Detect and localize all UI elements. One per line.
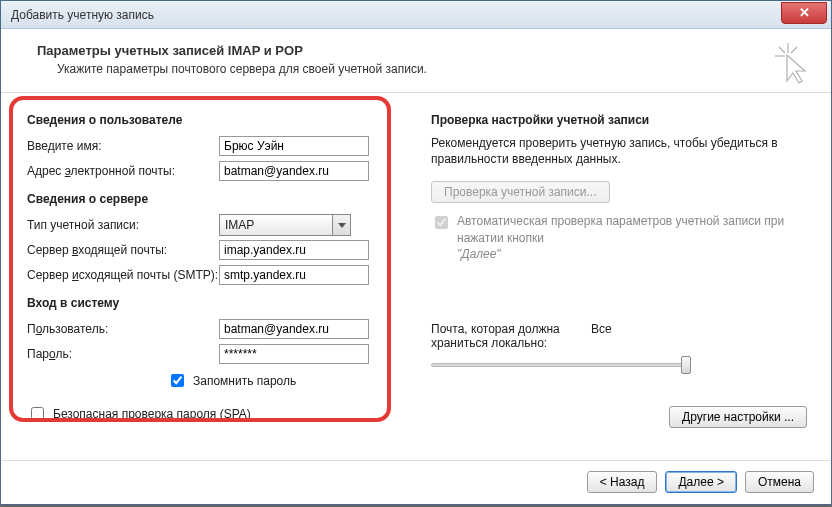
chevron-down-icon xyxy=(332,215,350,235)
label-outgoing: Сервер исходящей почты (SMTP): xyxy=(27,268,219,282)
close-icon: ✕ xyxy=(799,5,810,20)
back-button[interactable]: < Назад xyxy=(587,471,658,493)
auto-test-checkbox xyxy=(435,216,448,229)
label-user: Пользователь: xyxy=(27,322,219,336)
account-type-select[interactable]: IMAP xyxy=(219,214,351,236)
dialog-body: Сведения о пользователе Введите имя: Адр… xyxy=(1,93,831,438)
titlebar: Добавить учетную запись ✕ xyxy=(1,1,831,29)
slider-label: Почта, которая должна храниться локально… xyxy=(431,322,591,350)
dialog-window: Добавить учетную запись ✕ Параметры учет… xyxy=(0,0,832,505)
header-title: Параметры учетных записей IMAP и POP xyxy=(37,43,807,58)
label-email: Адрес электронной почты: xyxy=(27,164,219,178)
username-field[interactable] xyxy=(219,319,369,339)
incoming-server-field[interactable] xyxy=(219,240,369,260)
window-title: Добавить учетную запись xyxy=(11,8,781,22)
password-field[interactable] xyxy=(219,344,369,364)
label-password: Пароль: xyxy=(27,347,219,361)
offline-slider[interactable] xyxy=(431,354,691,378)
test-account-button[interactable]: Проверка учетной записи... xyxy=(431,181,610,203)
label-spa: Безопасная проверка пароля (SPA) xyxy=(53,407,251,421)
header-subtitle: Укажите параметры почтового сервера для … xyxy=(57,62,807,76)
test-description: Рекомендуется проверить учетную запись, … xyxy=(431,135,811,167)
slider-thumb[interactable] xyxy=(681,356,691,374)
label-acct-type: Тип учетной записи: xyxy=(27,218,219,232)
section-user: Сведения о пользователе xyxy=(27,113,387,127)
more-settings-button[interactable]: Другие настройки ... xyxy=(669,406,807,428)
section-login: Вход в систему xyxy=(27,296,387,310)
label-name: Введите имя: xyxy=(27,139,219,153)
label-auto-test: Автоматическая проверка параметров учетн… xyxy=(457,213,811,262)
label-remember: Запомнить пароль xyxy=(193,374,296,388)
slider-track xyxy=(431,363,691,367)
svg-line-3 xyxy=(791,47,797,53)
spa-checkbox[interactable] xyxy=(31,407,44,420)
right-column: Проверка настройки учетной записи Рекоме… xyxy=(427,109,811,428)
wizard-cursor-icon xyxy=(775,43,809,89)
cancel-button[interactable]: Отмена xyxy=(745,471,814,493)
remember-password-checkbox[interactable] xyxy=(171,374,184,387)
offline-slider-section: Почта, которая должна храниться локально… xyxy=(431,322,811,378)
section-server: Сведения о сервере xyxy=(27,192,387,206)
svg-line-2 xyxy=(779,47,785,53)
slider-value: Все xyxy=(591,322,612,350)
account-type-value: IMAP xyxy=(220,218,332,232)
close-button[interactable]: ✕ xyxy=(781,2,827,24)
footer: < Назад Далее > Отмена xyxy=(2,460,830,503)
section-test: Проверка настройки учетной записи xyxy=(431,113,811,127)
email-field[interactable] xyxy=(219,161,369,181)
next-button[interactable]: Далее > xyxy=(665,471,737,493)
name-field[interactable] xyxy=(219,136,369,156)
left-column: Сведения о пользователе Введите имя: Адр… xyxy=(27,109,387,428)
header-pane: Параметры учетных записей IMAP и POP Ука… xyxy=(1,29,831,93)
label-incoming: Сервер входящей почты: xyxy=(27,243,219,257)
outgoing-server-field[interactable] xyxy=(219,265,369,285)
